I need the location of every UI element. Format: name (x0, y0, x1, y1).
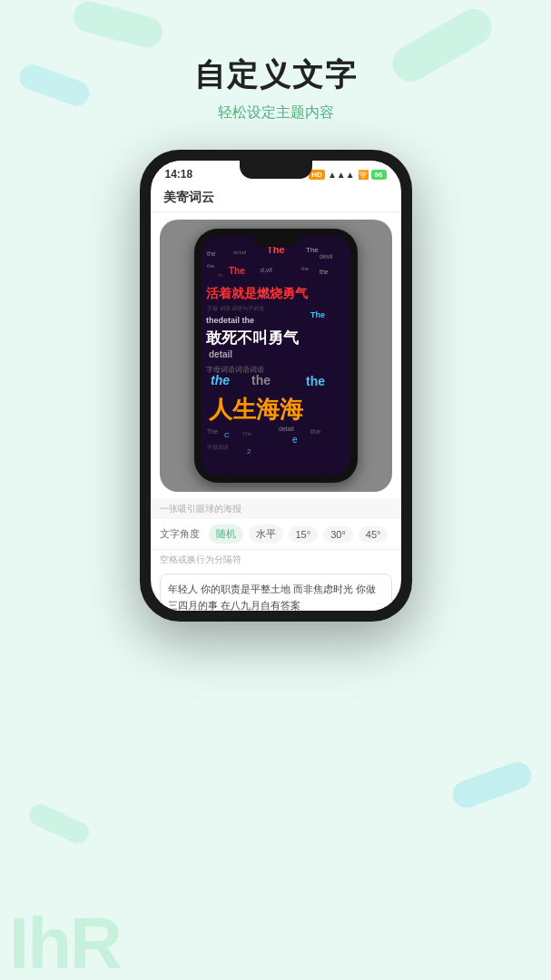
wordcloud-svg: the detail The The devil the In The d,vi… (202, 236, 350, 475)
svg-text:The: The (229, 266, 245, 276)
svg-text:e: e (292, 435, 298, 445)
svg-text:detail: detail (279, 426, 294, 432)
svg-text:the: the (306, 374, 325, 388)
status-icons: HD ▲▲▲ 🛜 96 (309, 170, 386, 180)
svg-text:the: the (207, 263, 215, 269)
angle-tab-random[interactable]: 随机 (209, 524, 243, 544)
angle-tab-label: 文字角度 (160, 527, 200, 541)
svg-text:the: the (310, 427, 321, 436)
angle-tab-15[interactable]: 15° (289, 526, 319, 543)
inner-phone-notch (253, 236, 299, 247)
phone-screen: 14:18 HD ▲▲▲ 🛜 96 美寄词云 (151, 161, 401, 611)
inner-phone-area: the detail The The devil the In The d,vi… (160, 220, 392, 492)
svg-text:The: The (310, 310, 325, 319)
svg-text:The: The (207, 428, 218, 435)
svg-text:the: the (211, 373, 230, 387)
svg-text:字母词语: 字母词语 (207, 444, 229, 450)
angle-tab-45[interactable]: 45° (359, 526, 389, 543)
svg-text:detail: detail (233, 250, 246, 255)
page-title: 自定义文字 (0, 54, 551, 96)
hd-badge: HD (309, 170, 325, 180)
page-subtitle: 轻松设定主题内容 (0, 103, 551, 122)
svg-text:the: the (320, 269, 329, 275)
svg-text:敢死不叫勇气: 敢死不叫勇气 (205, 329, 299, 347)
inner-phone-frame: the detail The The devil the In The d,vi… (194, 229, 358, 483)
deco-pill-5 (25, 800, 93, 847)
phone-notch (240, 161, 312, 179)
text-input-area[interactable]: 年轻人 你的职责是平整土地 而非焦虑时光 你做三四月的事 在八九月自有答案 (160, 573, 392, 611)
svg-text:字母 词语 词语句子词语: 字母 词语 词语句子词语 (207, 305, 264, 311)
ihr-watermark: IhR (0, 907, 121, 980)
svg-text:thedetail the: thedetail the (206, 316, 254, 325)
poster-subtitle: 一张吸引眼球的海报 (151, 499, 401, 519)
inner-phone-screen: the detail The The devil the In The d,vi… (202, 236, 350, 475)
battery-indicator: 96 (371, 170, 387, 180)
angle-tab-30[interactable]: 30° (323, 526, 353, 543)
app-header: 美寄词云 (151, 184, 401, 212)
svg-text:d,vit: d,vit (261, 267, 272, 273)
svg-text:the: the (251, 373, 271, 387)
app-name: 美寄词云 (163, 190, 214, 204)
status-time: 14:18 (165, 168, 193, 181)
phone-outer-frame: 14:18 HD ▲▲▲ 🛜 96 美寄词云 (140, 150, 412, 622)
header: 自定义文字 轻松设定主题内容 (0, 0, 551, 141)
deco-pill-4 (449, 759, 536, 812)
svg-text:C: C (224, 431, 230, 439)
wifi-icon: 🛜 (358, 170, 369, 180)
svg-text:In: In (218, 272, 222, 278)
svg-text:the: the (207, 250, 216, 257)
phone-mockup: 14:18 HD ▲▲▲ 🛜 96 美寄词云 (0, 150, 551, 622)
svg-text:detail: detail (209, 349, 232, 359)
svg-text:The: The (242, 431, 252, 436)
svg-text:devil: devil (320, 253, 333, 260)
svg-text:活着就是燃烧勇气: 活着就是燃烧勇气 (206, 286, 308, 300)
svg-text:the: the (301, 266, 310, 271)
svg-text:The: The (306, 246, 319, 254)
separator-note: 空格或换行为分隔符 (151, 550, 401, 570)
angle-tab-horizontal[interactable]: 水平 (249, 524, 283, 544)
angle-tabs[interactable]: 文字角度 随机 水平 15° 30° 45° (151, 519, 401, 550)
signal-icon: ▲▲▲ (328, 170, 355, 180)
svg-text:2: 2 (247, 447, 251, 456)
svg-text:人生海海: 人生海海 (208, 396, 304, 423)
